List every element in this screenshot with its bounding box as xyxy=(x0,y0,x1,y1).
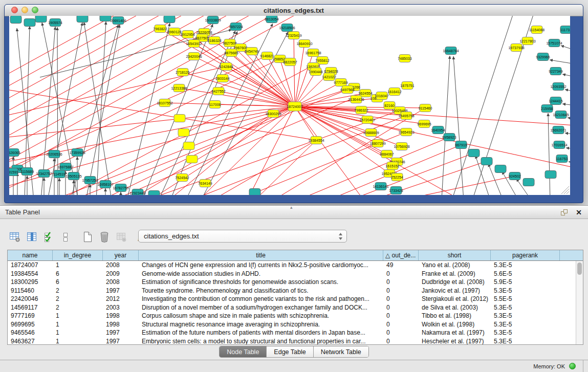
column-header-short[interactable]: short xyxy=(419,250,491,260)
network-node[interactable]: 116753 xyxy=(556,155,568,163)
network-node[interactable]: 9777169 xyxy=(334,79,347,86)
table-row[interactable]: 1456911722003Disruption of a novel membe… xyxy=(8,303,583,312)
network-node[interactable]: 19218506 xyxy=(279,24,295,32)
resize-grip-icon[interactable] xyxy=(560,185,570,194)
network-table-select[interactable]: citations_edges.txt xyxy=(138,230,347,243)
network-node[interactable]: 12217803 xyxy=(519,37,535,45)
network-node[interactable]: 12093552 xyxy=(550,83,566,91)
network-node[interactable] xyxy=(77,16,88,23)
network-node[interactable]: 9699695 xyxy=(417,120,431,128)
network-node[interactable] xyxy=(249,189,260,195)
network-node[interactable]: 15692071 xyxy=(550,126,566,134)
float-panel-icon[interactable] xyxy=(560,209,569,216)
network-node[interactable] xyxy=(495,165,506,173)
network-node[interactable]: 17016514 xyxy=(551,141,567,149)
network-node[interactable]: 7963822 xyxy=(153,25,167,33)
network-node[interactable]: 20206536 xyxy=(46,150,62,158)
network-node[interactable]: 1615152 xyxy=(385,162,399,170)
table-row[interactable]: 2242004622012Investigating the contribut… xyxy=(8,295,583,303)
network-node[interactable]: 9146821 xyxy=(260,52,274,60)
network-node[interactable]: 19737938 xyxy=(508,44,524,52)
network-node[interactable]: 20691406 xyxy=(110,17,126,25)
network-node[interactable]: 8960128 xyxy=(167,28,181,36)
network-node[interactable]: 1905574 xyxy=(48,19,62,27)
network-node[interactable]: 82160 xyxy=(384,102,395,110)
network-node[interactable] xyxy=(183,142,194,150)
network-node[interactable]: 10688609 xyxy=(363,129,379,137)
network-node[interactable]: 17359928 xyxy=(69,149,85,157)
network-node[interactable] xyxy=(164,16,175,23)
network-node[interactable]: 15495758 xyxy=(398,112,414,120)
network-node[interactable]: 1616412 xyxy=(387,88,401,96)
column-header-out_degree[interactable]: △ out_de... xyxy=(383,250,419,260)
network-node[interactable]: 1733426 xyxy=(389,187,403,194)
delete-column-button[interactable] xyxy=(115,230,128,244)
network-node[interactable]: 11154088 xyxy=(529,26,545,34)
network-node[interactable]: 9329966 xyxy=(536,53,550,61)
network-node[interactable]: 8427552 xyxy=(211,87,225,95)
zoom-window-button[interactable] xyxy=(32,7,38,13)
network-node[interactable]: 1244415 xyxy=(549,97,562,105)
network-node[interactable]: 16648784 xyxy=(443,47,459,55)
network-node[interactable]: 9227349 xyxy=(549,68,562,75)
table-row[interactable]: 911546021997Tourette syndrome. Phenomeno… xyxy=(8,287,583,295)
network-node[interactable]: 12325419 xyxy=(286,32,301,39)
network-node[interactable]: 17957253 xyxy=(82,177,98,184)
network-node[interactable]: 7524542 xyxy=(175,174,189,182)
network-node[interactable]: 1016047 xyxy=(375,92,388,100)
column-header-pagerank[interactable]: pagerank xyxy=(491,250,560,260)
network-node[interactable] xyxy=(148,191,160,195)
network-node[interactable]: 6822057 xyxy=(283,58,297,66)
network-node[interactable] xyxy=(178,129,189,137)
network-node[interactable]: 7857224 xyxy=(229,23,243,31)
network-node[interactable] xyxy=(186,156,198,163)
column-header-year[interactable]: year xyxy=(103,250,139,260)
network-node[interactable]: 8813054 xyxy=(265,16,278,23)
network-node[interactable]: 16210645 xyxy=(553,111,569,119)
network-node[interactable]: 2526065 xyxy=(9,149,20,157)
minimize-window-button[interactable] xyxy=(21,7,28,13)
close-window-button[interactable] xyxy=(11,7,18,13)
network-node[interactable]: 2803144 xyxy=(215,75,229,82)
network-node[interactable]: 18807299 xyxy=(369,140,385,147)
network-node[interactable]: 7485033 xyxy=(398,55,411,62)
network-node[interactable]: 18107552 xyxy=(157,99,172,107)
network-node[interactable]: 252254 xyxy=(391,173,403,181)
splitter-handle-icon[interactable]: ▴ xyxy=(290,205,293,210)
network-node[interactable]: 7986322 xyxy=(354,106,368,114)
network-node[interactable]: 21364436 xyxy=(348,96,364,103)
table-mode-button[interactable] xyxy=(8,230,21,244)
network-node[interactable]: 9242848 xyxy=(219,63,233,71)
network-window-titlebar[interactable]: citations_edges.txt xyxy=(5,5,583,16)
network-node[interactable]: 16543912 xyxy=(186,40,202,48)
network-node[interactable]: 8912954 xyxy=(181,31,194,38)
network-node[interactable]: 6497568 xyxy=(340,86,354,94)
network-node[interactable]: 667919 xyxy=(455,141,467,149)
network-node[interactable]: 9115460 xyxy=(419,104,432,112)
network-node[interactable]: 12342757 xyxy=(36,170,52,178)
network-node[interactable]: 1421022 xyxy=(322,73,336,81)
network-node[interactable] xyxy=(35,16,47,23)
network-node[interactable] xyxy=(545,171,556,179)
network-node[interactable]: 19654923 xyxy=(398,128,414,136)
network-node[interactable]: 9875685 xyxy=(224,49,238,57)
unselect-all-button[interactable] xyxy=(59,230,72,244)
table-row[interactable]: 1830029562008Estimation of significance … xyxy=(8,278,583,287)
network-node[interactable]: 117006 xyxy=(209,101,221,108)
column-header-in_degree[interactable]: in_degree xyxy=(53,250,103,260)
memory-ok-indicator[interactable] xyxy=(569,363,576,369)
network-node[interactable]: 1115689 xyxy=(20,168,34,176)
network-node[interactable]: 18724007 xyxy=(287,102,302,111)
network-node[interactable]: 13505135 xyxy=(66,172,81,180)
network-node[interactable]: 114519 xyxy=(54,170,66,178)
network-node[interactable]: 1990448 xyxy=(309,68,322,76)
network-node[interactable]: 16033809 xyxy=(205,16,221,24)
network-node[interactable]: 19384554 xyxy=(308,137,324,144)
network-node[interactable]: 215958 xyxy=(541,105,553,113)
network-node[interactable] xyxy=(523,179,534,186)
network-node[interactable]: 23420046 xyxy=(186,53,202,60)
network-node[interactable]: 111731 xyxy=(560,26,570,34)
network-node[interactable]: 8958923 xyxy=(442,134,456,141)
tab-edge-table[interactable]: Edge Table xyxy=(267,346,313,357)
table-row[interactable]: 1872400712008Changes of HCN gene express… xyxy=(8,261,583,270)
